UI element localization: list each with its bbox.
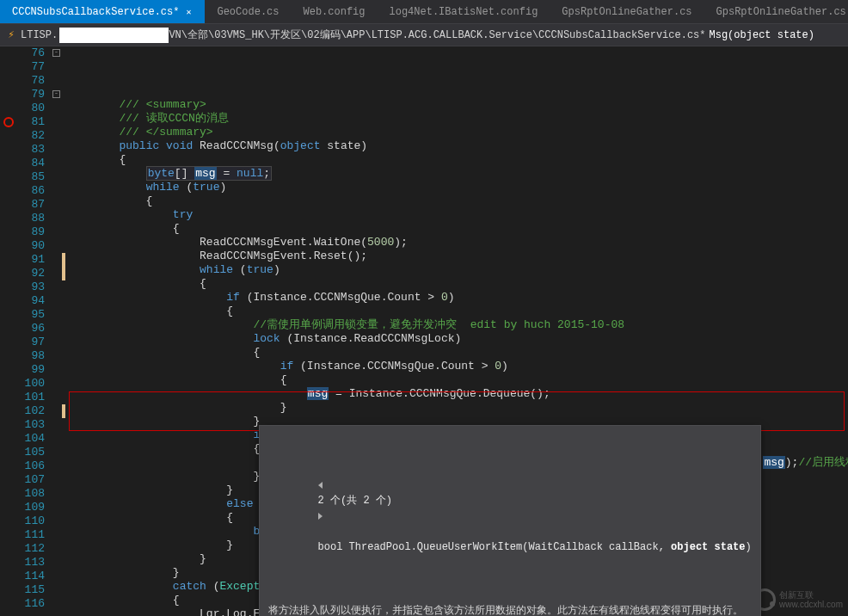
line-number: 108 xyxy=(17,487,45,501)
line-number: 114 xyxy=(17,570,45,583)
csharp-file-icon: ⚡ xyxy=(5,29,17,41)
tab-bar: CCCNSubsCallbackService.cs*✕GeoCode.csWe… xyxy=(0,0,848,24)
line-number: 83 xyxy=(17,143,45,157)
line-number: 105 xyxy=(17,446,45,459)
tab-5[interactable]: GpsRptOnlineGather.cs xyxy=(704,0,848,23)
fold-toggle-icon[interactable]: - xyxy=(52,49,60,57)
breadcrumb-file: LTISP. xyxy=(21,29,58,41)
code-line[interactable]: /// 读取CCCN的消息 xyxy=(65,112,848,126)
watermark: 创新互联 www.cdcxhl.com xyxy=(753,588,843,611)
code-line[interactable]: if (Instance.CCCNMsgQue.Count > 0) xyxy=(65,291,848,305)
line-number: 113 xyxy=(17,556,45,570)
watermark-line2: www.cdcxhl.com xyxy=(779,600,843,609)
line-number: 82 xyxy=(17,129,45,143)
line-number: 99 xyxy=(17,363,45,377)
line-number: 101 xyxy=(17,391,45,404)
line-number: 106 xyxy=(17,459,45,473)
line-number: 98 xyxy=(17,349,45,363)
line-number: 107 xyxy=(17,473,45,487)
watermark-line1: 创新互联 xyxy=(779,590,843,600)
code-line[interactable]: { xyxy=(65,153,848,167)
line-number: 95 xyxy=(17,308,45,322)
code-line[interactable]: while (true) xyxy=(65,181,848,194)
tab-0[interactable]: CCCNSubsCallbackService.cs*✕ xyxy=(0,0,205,23)
line-number: 100 xyxy=(17,377,45,391)
tab-3[interactable]: log4Net.IBatisNet.config xyxy=(378,0,550,23)
code-line[interactable]: { xyxy=(65,305,848,318)
nav-next-icon[interactable] xyxy=(318,513,323,520)
line-number: 96 xyxy=(17,322,45,336)
line-number: 109 xyxy=(17,501,45,514)
code-line[interactable]: { xyxy=(65,222,848,236)
line-number: 110 xyxy=(17,514,45,528)
code-line[interactable]: { xyxy=(65,277,848,291)
line-number: 94 xyxy=(17,294,45,308)
line-number: 80 xyxy=(17,102,45,115)
code-line[interactable]: lock (Instance.ReadCCCNMsgLock) xyxy=(65,332,848,346)
line-number: 90 xyxy=(17,239,45,253)
code-line[interactable]: { xyxy=(65,373,848,387)
signature-suffix: ) xyxy=(746,541,752,553)
fold-toggle-icon[interactable]: - xyxy=(52,90,60,98)
line-numbers: 7677787980818283848586878889909192939495… xyxy=(17,46,52,616)
code-editor[interactable]: 7677787980818283848586878889909192939495… xyxy=(0,46,848,616)
line-number: 85 xyxy=(17,170,45,184)
code-area[interactable]: /// <summary> /// 读取CCCN的消息 /// </summar… xyxy=(65,46,848,616)
signature-current-param: object state xyxy=(671,541,745,553)
line-number: 78 xyxy=(17,74,45,88)
code-line[interactable]: try xyxy=(65,208,848,222)
nav-prev-icon[interactable] xyxy=(318,482,323,489)
code-line[interactable]: ReadCCCNMsgEvent.WaitOne(5000); xyxy=(65,236,848,249)
tab-label: GeoCode.cs xyxy=(217,6,279,18)
close-icon[interactable]: ✕ xyxy=(184,7,193,17)
line-number: 88 xyxy=(17,212,45,225)
signature-prefix: bool ThreadPool.QueueUserWorkItem(WaitCa… xyxy=(318,541,671,553)
code-line[interactable]: public void ReadCCCNMsg(object state) xyxy=(65,139,848,153)
fold-column[interactable]: -- xyxy=(52,46,62,616)
tab-4[interactable]: GpsRptOnlineGather.cs xyxy=(550,0,704,23)
line-number: 81 xyxy=(17,115,45,129)
line-number: 111 xyxy=(17,528,45,542)
line-number: 115 xyxy=(17,583,45,597)
line-number: 86 xyxy=(17,184,45,198)
code-line[interactable]: byte[] msg = null; xyxy=(65,167,848,181)
tab-2[interactable]: Web.config xyxy=(291,0,377,23)
line-number: 76 xyxy=(17,46,45,60)
code-line[interactable]: ReadCCCNMsgEvent.Reset(); xyxy=(65,249,848,263)
line-number: 89 xyxy=(17,225,45,239)
signature-help-tooltip: 2 个(共 2 个) bool ThreadPool.QueueUserWork… xyxy=(259,425,761,616)
breakpoint-icon[interactable] xyxy=(3,117,14,127)
code-line[interactable]: //需使用单例调用锁变量，避免并发冲突 edit by huch 2015-10… xyxy=(65,318,848,332)
code-line[interactable]: } xyxy=(65,401,848,415)
line-number: 93 xyxy=(17,280,45,294)
tab-label: GpsRptOnlineGather.cs xyxy=(716,6,846,18)
tab-label: GpsRptOnlineGather.cs xyxy=(562,6,691,18)
code-line[interactable]: { xyxy=(65,346,848,360)
code-line[interactable]: /// </summary> xyxy=(65,126,848,139)
line-number: 112 xyxy=(17,542,45,556)
tab-label: Web.config xyxy=(303,6,365,18)
signature-description: 将方法排入队列以便执行，并指定包含该方法所用数据的对象。此方法在有线程池线程变得… xyxy=(268,603,752,616)
tab-label: CCCNSubsCallbackService.cs* xyxy=(12,6,179,18)
line-number: 103 xyxy=(17,418,45,432)
line-number: 104 xyxy=(17,432,45,446)
line-number: 92 xyxy=(17,267,45,280)
line-number: 87 xyxy=(17,198,45,212)
line-number: 91 xyxy=(17,253,45,267)
line-number: 97 xyxy=(17,336,45,349)
code-line[interactable]: /// <summary> xyxy=(65,98,848,112)
line-number: 116 xyxy=(17,597,45,611)
line-number: 77 xyxy=(17,60,45,74)
breadcrumb-path: VN\全部\03VMS_HK\开发区\02编码\APP\LTISP.ACG.CA… xyxy=(169,28,705,42)
breakpoint-gutter[interactable] xyxy=(0,46,17,616)
code-line[interactable]: if (Instance.CCCNMsgQue.Count > 0) xyxy=(65,360,848,373)
breadcrumb: ⚡ LTISP. VN\全部\03VMS_HK\开发区\02编码\APP\LTI… xyxy=(0,24,848,46)
breadcrumb-method[interactable]: Msg(object state) xyxy=(710,29,814,41)
code-line[interactable]: msg = Instance.CCCNMsgQue.Dequeue(); xyxy=(65,387,848,401)
tab-1[interactable]: GeoCode.cs xyxy=(205,0,291,23)
code-line[interactable]: while (true) xyxy=(65,263,848,277)
tab-label: log4Net.IBatisNet.config xyxy=(390,6,538,18)
overload-count: 2 个(共 2 个) xyxy=(318,495,392,507)
line-number: 84 xyxy=(17,157,45,170)
code-line[interactable]: { xyxy=(65,194,848,208)
